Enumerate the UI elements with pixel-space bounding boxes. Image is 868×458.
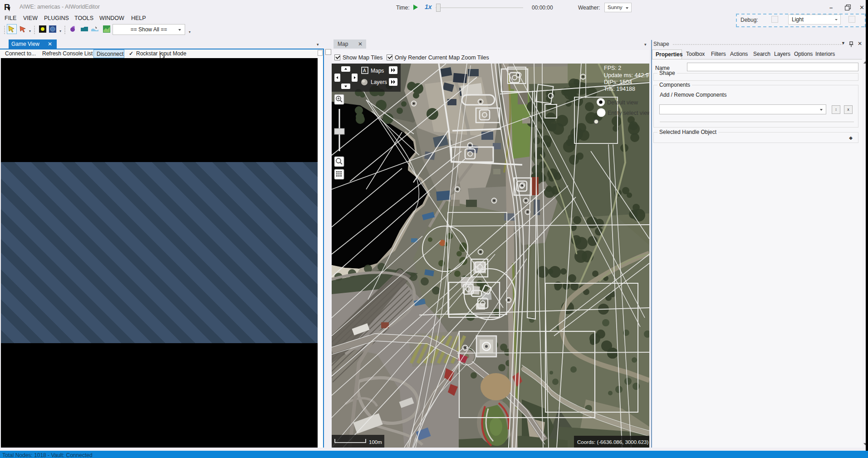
svg-text:Tris: 194188: Tris: 194188 — [604, 86, 635, 92]
svg-text:Update ms: 442.9: Update ms: 442.9 — [604, 72, 649, 79]
svg-text:Entity select view: Entity select view — [608, 110, 649, 116]
svg-text:100m: 100m — [369, 439, 382, 445]
svg-text:A: A — [363, 68, 366, 73]
svg-text:Layers: Layers — [371, 79, 387, 85]
svg-text:Maps: Maps — [371, 68, 384, 74]
svg-text:Default view: Default view — [607, 99, 638, 106]
svg-text:Coords: (-6636.086, 3000.623): Coords: (-6636.086, 3000.623) — [577, 439, 648, 445]
svg-text:FPS: 2: FPS: 2 — [604, 65, 621, 71]
svg-text:DIPs: 1504: DIPs: 1504 — [604, 79, 632, 85]
